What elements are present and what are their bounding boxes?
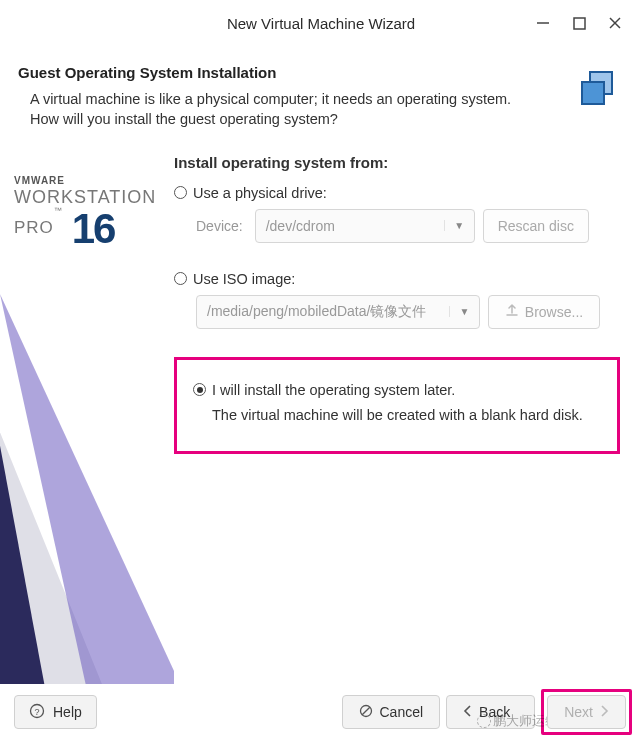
upload-icon: [505, 303, 519, 320]
question-icon: ?: [29, 703, 45, 722]
chevron-right-icon: [599, 704, 609, 720]
option-later-row[interactable]: I will install the operating system late…: [193, 382, 611, 398]
close-button[interactable]: [606, 14, 624, 32]
titlebar: New Virtual Machine Wizard: [0, 0, 642, 46]
chevron-left-icon: [463, 704, 473, 720]
brand-tm: ™: [54, 206, 62, 215]
page-description: A virtual machine is like a physical com…: [30, 89, 540, 130]
radio-physical[interactable]: [174, 186, 187, 199]
svg-line-12: [363, 707, 371, 715]
brand-vmware: VMWARE: [14, 176, 156, 187]
cancel-button[interactable]: Cancel: [342, 695, 440, 729]
content-area: Install operating system from: Use a phy…: [174, 154, 642, 684]
next-highlight: Next: [541, 689, 632, 735]
iso-path-value: /media/peng/mobiledData/镜像文件: [197, 303, 449, 321]
header-icon: [576, 68, 620, 112]
option-iso-row[interactable]: Use ISO image:: [174, 271, 622, 287]
device-value: /dev/cdrom: [256, 218, 444, 234]
brand-pro: PRO: [14, 219, 54, 237]
device-select[interactable]: /dev/cdrom ▼: [255, 209, 475, 243]
svg-rect-5: [582, 82, 604, 104]
rescan-button[interactable]: Rescan disc: [483, 209, 589, 243]
wizard-body: VMWARE WORKSTATION PRO™ 16 Install opera…: [0, 140, 642, 684]
option-physical-row[interactable]: Use a physical drive:: [174, 185, 622, 201]
device-label: Device:: [196, 218, 243, 234]
svg-text:?: ?: [34, 706, 39, 716]
browse-button[interactable]: Browse...: [488, 295, 600, 329]
chevron-down-icon: ▼: [444, 220, 474, 231]
option-later-highlight: I will install the operating system late…: [174, 357, 620, 455]
cancel-icon: [359, 704, 373, 721]
radio-iso[interactable]: [174, 272, 187, 285]
iso-path-select[interactable]: /media/peng/mobiledData/镜像文件 ▼: [196, 295, 480, 329]
brand-version: 16: [72, 207, 115, 251]
option-later-sub: The virtual machine will be created with…: [212, 406, 611, 426]
page-title: Guest Operating System Installation: [18, 64, 618, 81]
sidebar: VMWARE WORKSTATION PRO™ 16: [0, 154, 174, 684]
option-physical: Use a physical drive: Device: /dev/cdrom…: [174, 185, 622, 243]
window-controls: [534, 0, 642, 32]
next-button[interactable]: Next: [547, 695, 626, 729]
help-button[interactable]: ? Help: [14, 695, 97, 729]
brand-logo: VMWARE WORKSTATION PRO™ 16: [14, 176, 156, 251]
maximize-button[interactable]: [570, 14, 588, 32]
option-later-label: I will install the operating system late…: [212, 382, 455, 398]
svg-rect-1: [574, 18, 585, 29]
option-iso-label: Use ISO image:: [193, 271, 295, 287]
option-physical-label: Use a physical drive:: [193, 185, 327, 201]
footer: ? Help Cancel Back 鹏大师运维 Next: [14, 689, 632, 735]
minimize-button[interactable]: [534, 14, 552, 32]
back-button[interactable]: Back 鹏大师运维: [446, 695, 535, 729]
section-title: Install operating system from:: [174, 154, 622, 171]
window-title: New Virtual Machine Wizard: [227, 15, 415, 32]
option-iso: Use ISO image: /media/peng/mobiledData/镜…: [174, 271, 622, 329]
sidebar-decor: [0, 284, 174, 684]
chevron-down-icon: ▼: [449, 306, 479, 317]
wizard-header: Guest Operating System Installation A vi…: [0, 46, 642, 140]
radio-later[interactable]: [193, 383, 206, 396]
